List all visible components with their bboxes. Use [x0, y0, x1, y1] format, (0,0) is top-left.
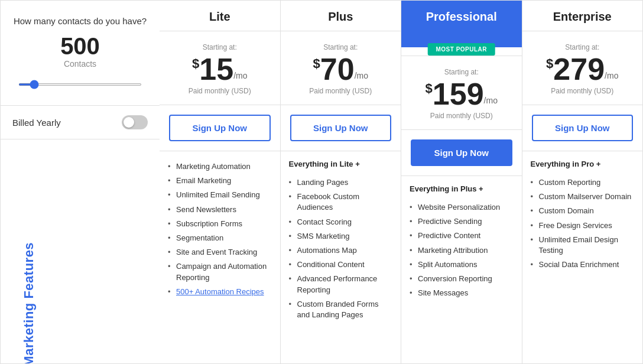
list-item: Segmentation [168, 231, 272, 245]
list-item: Unlimited Email Design Testing [531, 233, 635, 258]
plan-enterprise-header: Enterprise [522, 1, 643, 31]
plan-enterprise-features: Everything in Pro + Custom Reporting Cus… [522, 151, 643, 363]
list-item[interactable]: 500+ Automation Recipes [168, 285, 272, 299]
list-item: Conditional Content [289, 258, 393, 272]
plan-professional-features: Everything in Plus + Website Personaliza… [401, 176, 522, 363]
pricing-wrapper: How many contacts do you have? 500 Conta… [0, 0, 643, 364]
plan-enterprise-features-list: Custom Reporting Custom Mailserver Domai… [531, 176, 635, 272]
plan-lite-features: Marketing Automation Email Marketing Unl… [160, 151, 280, 363]
plan-lite-features-list: Marketing Automation Email Marketing Unl… [168, 160, 272, 299]
sidebar: How many contacts do you have? 500 Conta… [0, 0, 160, 364]
list-item: Custom Branded Forms and Landing Pages [289, 297, 393, 322]
yearly-billing-toggle[interactable] [122, 115, 148, 129]
plan-lite-price-row: $ 15 /mo [167, 54, 273, 84]
plans-area: Lite Starting at: $ 15 /mo Paid monthly … [160, 0, 643, 364]
plan-professional-mo: /mo [484, 96, 498, 105]
list-item: SMS Marketing [289, 229, 393, 243]
list-item: Predictive Sending [410, 214, 514, 229]
list-item: Custom Mailserver Domain [531, 190, 635, 204]
marketing-features-label: Marketing Features [21, 216, 139, 363]
plan-professional-dollar: $ [426, 82, 433, 95]
contacts-slider[interactable] [18, 83, 142, 86]
list-item: Split Automations [410, 258, 514, 272]
plan-plus-name: Plus [288, 10, 394, 24]
plan-lite-signup-button[interactable]: Sign Up Now [169, 115, 271, 141]
list-item: Contact Scoring [289, 215, 393, 229]
list-item: Landing Pages [289, 176, 393, 190]
slider-container[interactable] [12, 78, 148, 87]
list-item: Custom Reporting [531, 176, 635, 190]
billing-section: Billed Yearly [1, 106, 160, 139]
plan-professional-amount: 159 [433, 79, 484, 109]
plan-plus-pricing: Starting at: $ 70 /mo Paid monthly (USD) [281, 31, 401, 105]
list-item: Advanced Performance Reporting [289, 272, 393, 297]
plan-professional-price-row: $ 159 /mo [408, 79, 515, 109]
plan-lite-starting-at: Starting at: [167, 43, 273, 51]
plan-enterprise-price-row: $ 279 /mo [530, 54, 636, 84]
list-item: Unlimited Email Sending [168, 188, 272, 202]
sidebar-question: How many contacts do you have? [12, 15, 148, 27]
list-item: Send Newsletters [168, 203, 272, 217]
plan-enterprise-dollar: $ [546, 57, 553, 70]
plan-lite-mo: /mo [233, 72, 247, 80]
plan-plus-dollar: $ [313, 57, 320, 70]
plan-plus-features-list: Landing Pages Facebook Custom Audiences … [289, 176, 393, 322]
plan-professional-starting-at: Starting at: [408, 68, 515, 76]
plan-enterprise-features-header: Everything in Pro + [531, 160, 635, 168]
plan-plus-signup-button[interactable]: Sign Up Now [290, 115, 392, 141]
plan-lite-dollar: $ [192, 57, 199, 70]
plan-lite-name: Lite [167, 10, 273, 24]
plan-plus-amount: 70 [320, 54, 355, 84]
list-item: Site Messages [410, 286, 514, 300]
list-item: Custom Domain [531, 204, 635, 218]
plan-enterprise-signup-wrap: Sign Up Now [522, 105, 643, 151]
plan-professional-name: Professional [408, 10, 515, 24]
contacts-label: Contacts [12, 59, 148, 69]
plan-enterprise-pricing: Starting at: $ 279 /mo Paid monthly (USD… [522, 31, 643, 105]
list-item: Marketing Attribution [410, 243, 514, 258]
plan-plus-starting-at: Starting at: [288, 43, 394, 51]
automation-recipes-link[interactable]: 500+ Automation Recipes [176, 287, 264, 296]
plan-lite: Lite Starting at: $ 15 /mo Paid monthly … [160, 0, 281, 364]
plan-plus-features: Everything in Lite + Landing Pages Faceb… [281, 151, 401, 363]
plan-professional: Professional MOST POPULAR Starting at: $… [401, 0, 522, 364]
plan-professional-paid-monthly: Paid monthly (USD) [408, 112, 515, 120]
list-item: Website Personalization [410, 200, 514, 214]
list-item: Predictive Content [410, 229, 514, 243]
plan-professional-signup-wrap: Sign Up Now [401, 130, 522, 176]
list-item: Free Design Services [531, 219, 635, 233]
plan-enterprise-signup-button[interactable]: Sign Up Now [532, 115, 634, 141]
plan-lite-amount: 15 [199, 54, 233, 84]
list-item: Facebook Custom Audiences [289, 190, 393, 214]
plan-plus-features-header: Everything in Lite + [289, 160, 393, 168]
plan-professional-signup-button[interactable]: Sign Up Now [411, 139, 512, 166]
plan-enterprise-name: Enterprise [530, 10, 636, 24]
list-item: Social Data Enrichment [531, 258, 635, 272]
list-item: Site and Event Tracking [168, 245, 272, 259]
sidebar-bottom: Marketing Features [1, 139, 160, 363]
list-item: Subscription Forms [168, 217, 272, 231]
plan-plus: Plus Starting at: $ 70 /mo Paid monthly … [281, 0, 402, 364]
toggle-thumb [124, 117, 134, 128]
billing-label: Billed Yearly [12, 118, 61, 128]
plan-professional-features-list: Website Personalization Predictive Sendi… [410, 200, 514, 300]
sidebar-top: How many contacts do you have? 500 Conta… [1, 1, 160, 106]
plan-enterprise-starting-at: Starting at: [530, 43, 636, 51]
list-item: Campaign and Automation Reporting [168, 259, 272, 284]
plan-lite-paid-monthly: Paid monthly (USD) [167, 87, 273, 95]
list-item: Automations Map [289, 243, 393, 258]
plan-lite-pricing: Starting at: $ 15 /mo Paid monthly (USD) [160, 31, 280, 105]
plan-plus-signup-wrap: Sign Up Now [281, 105, 401, 151]
list-item: Conversion Reporting [410, 272, 514, 286]
list-item: Email Marketing [168, 174, 272, 188]
plan-plus-paid-monthly: Paid monthly (USD) [288, 87, 394, 95]
most-popular-badge: MOST POPULAR [427, 43, 495, 56]
plan-professional-pricing: Starting at: $ 159 /mo Paid monthly (USD… [401, 56, 522, 130]
plan-lite-header: Lite [160, 1, 280, 31]
plan-plus-price-row: $ 70 /mo [288, 54, 394, 84]
plan-enterprise: Enterprise Starting at: $ 279 /mo Paid m… [522, 0, 644, 364]
contact-count: 500 [12, 34, 148, 58]
list-item: Marketing Automation [168, 160, 272, 174]
plan-enterprise-paid-monthly: Paid monthly (USD) [530, 87, 636, 95]
plan-enterprise-mo: /mo [605, 72, 618, 80]
